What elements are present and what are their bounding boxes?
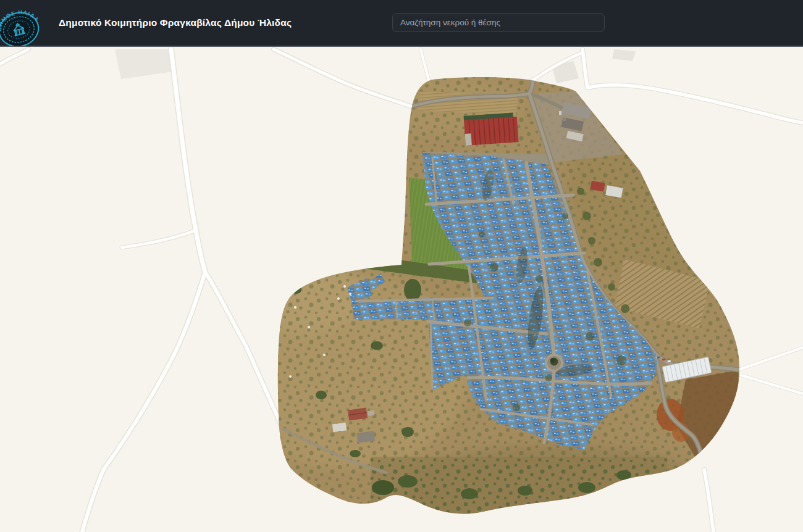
app-window: ΔΗΜΟΣ ΗΛΙΔΑΣ Δημοτικό Κοιμητήριο Φραγκαβ… — [0, 0, 803, 532]
church-building — [464, 112, 519, 146]
page-title: Δημοτικό Κοιμητήριο Φραγκαβίλας Δήμου Ήλ… — [59, 0, 292, 46]
search-input[interactable] — [392, 13, 605, 32]
map-svg — [0, 47, 803, 532]
municipality-logo-icon: ΔΗΜΟΣ ΗΛΙΔΑΣ — [0, 2, 44, 46]
app-header: ΔΗΜΟΣ ΗΛΙΔΑΣ Δημοτικό Κοιμητήριο Φραγκαβ… — [0, 0, 803, 47]
map-canvas[interactable] — [0, 47, 803, 532]
